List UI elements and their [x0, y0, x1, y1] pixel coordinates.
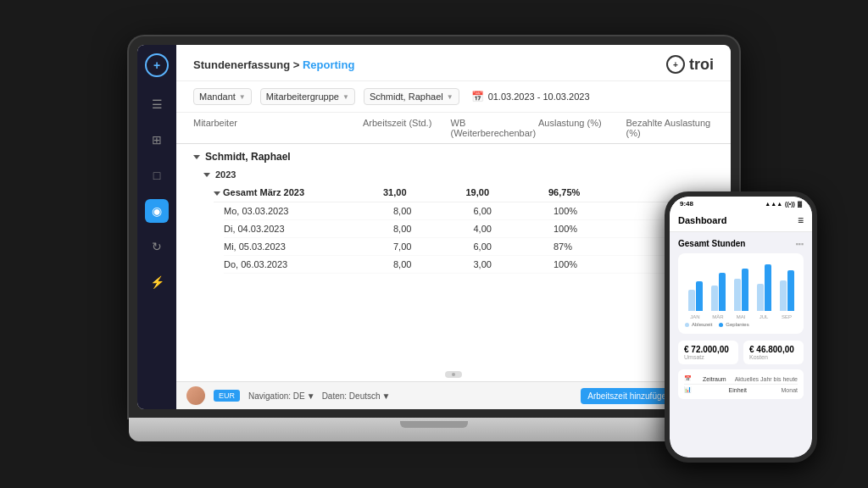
month-arbeitszeit: 31,00: [383, 187, 466, 197]
bar-pair-2: [734, 269, 748, 311]
mandant-dropdown[interactable]: Mandant ▼: [193, 88, 252, 105]
sidebar-icon-time[interactable]: ◉: [145, 199, 169, 223]
chart-label-0: JAN: [685, 314, 705, 319]
navigation-arrow-icon: ▼: [307, 391, 315, 401]
settings-item-einheit: 📊 Einheit Monat: [684, 385, 798, 395]
breadcrumb: Stundenerfassung > Reporting: [193, 58, 354, 71]
sidebar-icon-bolt[interactable]: ⚡: [145, 270, 169, 294]
month-collapse-icon[interactable]: [214, 191, 220, 196]
bar-light-4: [780, 280, 787, 311]
bar-solid-4: [787, 270, 794, 311]
laptop-screen-bezel: + ☰ ⊞ □ ◉ ↻ ⚡ Stundenerfassung: [137, 45, 731, 409]
bar-pair-3: [757, 264, 771, 311]
bar-group-4: [776, 270, 797, 311]
troi-logo-label: troi: [689, 56, 714, 74]
sidebar-icon-grid[interactable]: ⊞: [145, 128, 169, 152]
group-name: Schmidt, Raphael: [205, 151, 291, 163]
settings-icon-einheit: 📊: [684, 386, 692, 393]
laptop-base: [129, 418, 739, 441]
legend-item-0: Ableszeit: [685, 322, 712, 327]
employee-dropdown[interactable]: Schmidt, Raphael ▼: [364, 88, 459, 105]
row-al-3: 100%: [554, 259, 634, 269]
sidebar-logo-icon[interactable]: +: [145, 53, 169, 77]
laptop-screen-outer: + ☰ ⊞ □ ◉ ↻ ⚡ Stundenerfassung: [129, 36, 739, 418]
bar-light-0: [688, 290, 695, 311]
legend-label-0: Ableszeit: [692, 322, 712, 327]
breadcrumb-separator: >: [293, 58, 303, 71]
col-auslastung: Auslastung (%): [538, 118, 626, 138]
footer-left: EUR Navigation: DE ▼ Daten: Deutsch ▼: [186, 386, 390, 405]
year-collapse-icon[interactable]: [203, 173, 210, 177]
mitarbeitergruppe-dropdown[interactable]: Mitarbeitergruppe ▼: [260, 88, 355, 105]
settings-icon-zeitraum: 📅: [684, 375, 692, 382]
row-wb-1: 4,00: [474, 224, 554, 234]
data-dropdown[interactable]: Daten: Deutsch ▼: [322, 391, 391, 401]
navigation-dropdown[interactable]: Navigation: DE ▼: [248, 391, 315, 401]
settings-key-zeitraum: Zeitraum: [703, 376, 726, 382]
row-az-0: 8,00: [393, 206, 474, 216]
phone-menu-icon[interactable]: ≡: [798, 214, 804, 226]
sidebar-icon-history[interactable]: ↻: [145, 235, 169, 258]
bar-group-1: [708, 273, 728, 311]
status-icons: ▲▲▲ ((•)) ▓: [765, 201, 802, 207]
mitarbeitergruppe-arrow-icon: ▼: [342, 93, 349, 101]
row-date-2: Mi, 05.03.2023: [224, 241, 393, 252]
footer-bar: EUR Navigation: DE ▼ Daten: Deutsch ▼: [176, 381, 731, 409]
bar-solid-1: [719, 273, 726, 311]
col-arbeitszeit: Arbeitszeit (Std.): [363, 118, 451, 138]
calendar-icon: 📅: [471, 91, 484, 103]
chart-labels: JAN MÄR MAI JUL SEP: [685, 314, 797, 319]
month-auslastung: 96,75%: [548, 187, 632, 197]
sidebar-icon-menu[interactable]: ☰: [145, 92, 169, 116]
month-row: Gesamt März 2023 31,00 19,00 96,75%: [214, 183, 714, 202]
sidebar-icon-inbox[interactable]: □: [145, 164, 169, 187]
bar-group-0: [685, 281, 705, 311]
metric-label-costs: Kosten: [749, 354, 798, 360]
wifi-icon: ((•)): [785, 201, 795, 207]
chart-label-3: JUL: [754, 314, 774, 319]
chart-label-1: MÄR: [708, 314, 728, 319]
date-filter[interactable]: 📅 01.03.2023 - 10.03.2023: [471, 91, 590, 103]
legend-dot-1: [719, 323, 723, 327]
bar-pair-1: [711, 273, 726, 311]
battery-icon: ▓: [798, 201, 802, 207]
add-time-button[interactable]: Arbeitszeit hinzufügen: [581, 388, 677, 404]
user-avatar: [186, 386, 205, 405]
settings-item-zeitraum: 📅 Zeitraum Aktuelles Jahr bis heute: [684, 374, 798, 385]
bar-chart: [685, 260, 797, 311]
breadcrumb-reporting: Reporting: [303, 58, 354, 71]
bar-solid-0: [696, 281, 703, 311]
phone-app-header: Dashboard ≡: [670, 209, 812, 232]
metrics-row: € 72.000,00 Umsatz € 46.800,00 Kosten: [678, 341, 804, 364]
month-wb: 19,00: [466, 187, 549, 197]
sidebar: + ☰ ⊞ □ ◉ ↻ ⚡: [137, 45, 176, 409]
month-label: Gesamt März 2023: [223, 187, 304, 197]
table-row: Do, 06.03.2023 8,00 3,00 100%: [224, 256, 714, 274]
footer-badge: EUR: [214, 390, 240, 402]
mandant-label: Mandant: [199, 92, 236, 102]
filter-bar: Mandant ▼ Mitarbeitergruppe ▼ Schmidt, R…: [176, 81, 731, 113]
bar-group-2: [731, 269, 751, 311]
row-date-1: Di, 04.03.2023: [224, 224, 393, 234]
bar-chart-container: JAN MÄR MAI JUL SEP Ableszeit Gep: [678, 253, 804, 334]
scroll-dot[interactable]: [445, 371, 462, 378]
navigation-label: Navigation: DE: [248, 391, 305, 401]
laptop: + ☰ ⊞ □ ◉ ↻ ⚡ Stundenerfassung: [129, 36, 739, 452]
troi-logo: + troi: [666, 55, 714, 74]
row-al-1: 100%: [554, 224, 634, 234]
bar-light-2: [734, 279, 741, 311]
metric-card-costs: € 46.800,00 Kosten: [743, 341, 804, 364]
chart-icon: ▪▪▪: [795, 240, 804, 248]
phone-content: Gesamt Stunden ▪▪▪: [670, 232, 812, 458]
scroll-indicator: [176, 368, 731, 381]
row-al-0: 100%: [554, 206, 634, 216]
phone-app-title: Dashboard: [678, 215, 726, 225]
year-label: 2023: [215, 169, 236, 180]
col-bezahlt: Bezahlte Auslastung (%): [626, 118, 715, 138]
phone-status-bar: 9:48 ▲▲▲ ((•)) ▓: [670, 197, 812, 209]
bar-pair-4: [780, 270, 794, 311]
col-mitarbeiter: Mitarbeiter: [193, 118, 363, 138]
bar-pair-0: [688, 281, 703, 311]
group-collapse-icon[interactable]: [193, 155, 200, 159]
legend-item-1: Geplantes: [719, 322, 748, 327]
